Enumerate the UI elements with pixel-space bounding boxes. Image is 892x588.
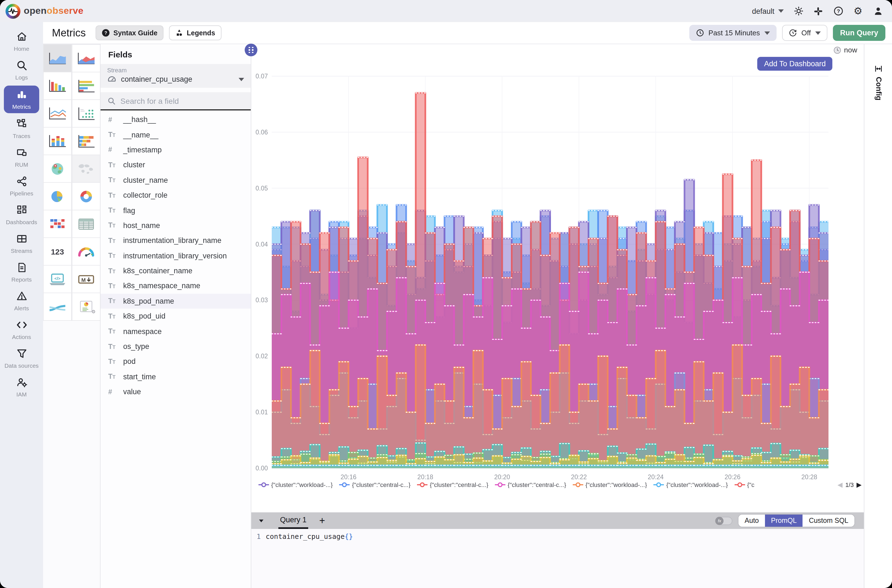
legend-item[interactable]: {"cluster":"central-c...} — [495, 482, 566, 488]
query-editor[interactable]: 1 container_cpu_usage{} — [251, 529, 864, 588]
user-avatar-icon[interactable] — [872, 6, 883, 16]
legend-item[interactable]: {"cluster":"central-c...} — [339, 482, 411, 488]
legends-button[interactable]: Legends — [169, 26, 221, 40]
line-series-marker-icon — [495, 482, 505, 488]
help-icon[interactable]: ? — [833, 6, 843, 16]
page-header: Metrics ? Syntax Guide Legends Past 15 M… — [43, 22, 892, 44]
legend-next-icon[interactable]: ▶ — [857, 481, 862, 489]
fields-panel-title: Fields — [101, 50, 251, 64]
chart-type-gauge-chart[interactable] — [72, 238, 100, 265]
legend-prev-icon[interactable]: ◀ — [837, 481, 842, 489]
field-item-k8s_container_name[interactable]: TT k8s_container_name — [101, 263, 251, 279]
chart-type-area-stacked-chart[interactable] — [72, 45, 100, 72]
chart-type-custom-chart[interactable]: ⚙ — [72, 293, 100, 320]
chart-type-stacked-bar-chart[interactable] — [44, 128, 71, 154]
chart-panel: now Add To Dashboard 0.000.010.020.030.0… — [251, 44, 864, 588]
sidebar-item-iam[interactable]: IAM — [2, 373, 41, 401]
stream-selector[interactable]: Stream container_cpu_usage — [101, 64, 251, 88]
query-collapse-caret-icon[interactable] — [259, 519, 263, 522]
field-item-os_type[interactable]: TT os_type — [101, 339, 251, 354]
field-item-k8s_namespace_name[interactable]: TT k8s_namespace_name — [101, 279, 251, 294]
sidebar-item-rum[interactable]: RUM — [2, 143, 41, 172]
chart-type-pie-chart[interactable] — [44, 183, 71, 210]
field-item-cluster_name[interactable]: TT cluster_name — [101, 172, 251, 188]
chart-type-donut-chart[interactable] — [72, 183, 100, 210]
chart-type-line-chart[interactable] — [44, 100, 71, 127]
mode-promql-button[interactable]: PromQL — [765, 514, 803, 527]
query-tab[interactable]: Query 1 — [278, 512, 308, 529]
legend-item[interactable]: {"cluster":"workload-...} — [573, 482, 647, 488]
sidebar-item-dashboards[interactable]: Dashboards — [2, 200, 41, 229]
chart-type-markdown-editor[interactable]: M — [72, 266, 100, 292]
syntax-guide-button[interactable]: ? Syntax Guide — [96, 26, 164, 40]
legend-item[interactable]: {"c — [734, 482, 754, 488]
field-item-namespace[interactable]: TT namespace — [101, 324, 251, 339]
text-type-icon: TT — [108, 237, 118, 244]
run-query-button[interactable]: Run Query — [833, 25, 885, 41]
mode-custom-sql-button[interactable]: Custom SQL — [803, 514, 854, 527]
chart-type-heatmap-chart[interactable] — [44, 210, 71, 237]
chevron-down-icon — [239, 78, 244, 81]
sidebar-item-data-sources[interactable]: Data sources — [2, 344, 41, 373]
legend-item[interactable]: {"cluster":"workload-...} — [258, 482, 333, 488]
settings-gear-icon[interactable]: ⚙ — [853, 6, 863, 16]
chart-type-bar-chart[interactable] — [44, 72, 71, 99]
field-item-instrumentation_library_version[interactable]: TT instrumentation_library_version — [101, 248, 251, 263]
svg-text:?: ? — [836, 8, 840, 14]
field-item-value[interactable]: # value — [101, 384, 251, 399]
config-tab[interactable]: Config — [864, 50, 892, 116]
chart-type-table-view[interactable] — [72, 210, 100, 237]
svg-text:20:28: 20:28 — [802, 473, 817, 481]
sidebar-item-home[interactable]: Home — [2, 27, 41, 56]
field-item-cluster[interactable]: TT cluster — [101, 158, 251, 172]
chart-type-geo-map[interactable] — [44, 155, 71, 182]
sidebar-item-pipelines[interactable]: Pipelines — [2, 172, 41, 200]
pipelines-icon — [16, 176, 27, 189]
chart-type-horizontal-bar-chart[interactable] — [72, 72, 100, 99]
field-item-start_time[interactable]: TT start_time — [101, 369, 251, 384]
chart-type-horizontal-stacked-bar-chart[interactable] — [72, 128, 100, 154]
sidebar-item-streams[interactable]: Streams — [2, 229, 41, 258]
sidebar-item-logs[interactable]: Logs — [2, 56, 41, 84]
openobserve-app: openobserve default ? ⚙ Home — [0, 0, 892, 588]
field-search-input[interactable]: Search for a field — [101, 92, 251, 110]
add-query-button[interactable]: + — [319, 516, 325, 526]
sidebar-item-actions[interactable]: Actions — [2, 315, 41, 344]
mode-auto-button[interactable]: Auto — [739, 514, 765, 527]
legend-item[interactable]: {"cluster":"workload-...} — [654, 482, 728, 488]
legend-item[interactable]: {"cluster":"central-c...} — [417, 482, 488, 488]
slack-icon[interactable] — [813, 6, 823, 16]
svg-text:20:16: 20:16 — [341, 473, 356, 481]
sidebar-item-alerts[interactable]: Alerts — [2, 286, 41, 315]
time-range-selector[interactable]: Past 15 Minutes — [689, 25, 776, 41]
field-item-collector_role[interactable]: TT collector_role — [101, 188, 251, 203]
field-item-instrumentation_library_name[interactable]: TT instrumentation_library_name — [101, 233, 251, 248]
number-type-icon: # — [108, 116, 118, 123]
field-item-pod[interactable]: TT pod — [101, 354, 251, 369]
sidebar-item-traces[interactable]: Traces — [2, 114, 41, 143]
theme-toggle-icon[interactable] — [793, 6, 803, 16]
sidebar-item-reports[interactable]: Reports — [2, 258, 41, 286]
add-to-dashboard-button[interactable]: Add To Dashboard — [757, 57, 832, 70]
chart-type-world-map[interactable] — [72, 155, 100, 182]
vrl-function-toggle[interactable]: fx — [715, 516, 732, 525]
chart-type-sankey-chart[interactable] — [44, 293, 71, 320]
refresh-interval-selector[interactable]: Off — [782, 25, 827, 41]
org-selector[interactable]: default — [752, 7, 784, 15]
field-item-flag[interactable]: TT flag — [101, 203, 251, 218]
field-item-host_name[interactable]: TT host_name — [101, 218, 251, 233]
line-series-marker-icon — [258, 482, 269, 488]
panel-drag-handle[interactable] — [245, 44, 257, 56]
field-item-k8s_pod_uid[interactable]: TT k8s_pod_uid — [101, 309, 251, 324]
chart-type-area-chart[interactable] — [44, 45, 71, 72]
svg-text:0.01: 0.01 — [255, 409, 268, 416]
field-item-_timestamp[interactable]: # _timestamp — [101, 142, 251, 158]
field-item-__hash__[interactable]: # __hash__ — [101, 112, 251, 127]
field-item-k8s_pod_name[interactable]: TT k8s_pod_name — [101, 294, 251, 309]
field-item-__name__[interactable]: TT __name__ — [101, 127, 251, 142]
chart-type-scatter-chart[interactable] — [72, 100, 100, 127]
chart-type-metric-text[interactable]: 123 — [44, 238, 71, 265]
chart-type-html-editor[interactable]: </> — [44, 266, 71, 292]
sidebar-item-metrics[interactable]: Metrics — [4, 86, 39, 113]
metrics-chart-svg[interactable]: 0.000.010.020.030.040.050.060.0720:1620:… — [251, 44, 864, 502]
